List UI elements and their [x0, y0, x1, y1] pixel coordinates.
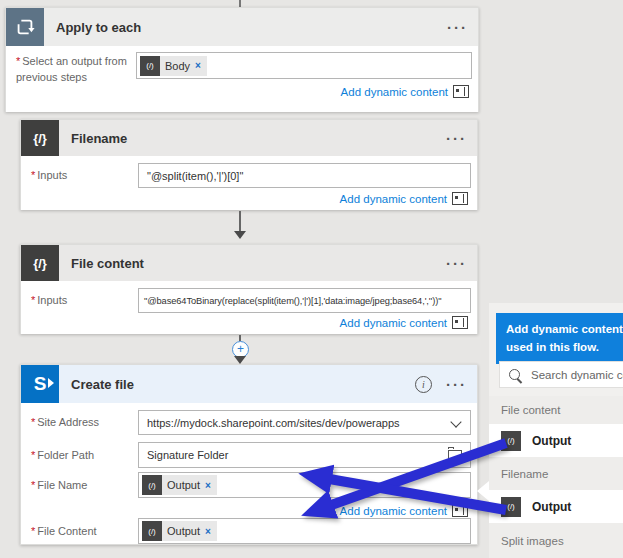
file-content-header[interactable]: {/} File content ··· [21, 245, 477, 281]
token-fx-icon: (/) [501, 431, 521, 451]
file-name-field[interactable]: (/) Output × [138, 472, 471, 498]
loop-icon [6, 8, 44, 46]
filename-title: Filename [71, 131, 446, 146]
token-remove-button[interactable]: × [205, 480, 217, 491]
group-header-file-content: File content [489, 396, 623, 424]
file-content-inputs-field[interactable]: "@base64ToBinary(replace(split(item(),'|… [138, 288, 471, 313]
inputs-label: *Inputs [31, 168, 67, 184]
file-content-label: *File Content [31, 524, 97, 540]
connector-arrow-icon [234, 231, 246, 239]
create-file-title: Create file [71, 377, 415, 392]
filename-body: *Inputs "@split(item(),'|')[0]" Add dyna… [21, 156, 477, 210]
token-remove-button[interactable]: × [195, 60, 207, 71]
dynamic-content-panel: Add dynamic content from t used in this … [489, 303, 623, 558]
create-file-body: *Site Address https://mydock.sharepoint.… [21, 403, 477, 544]
create-file-header[interactable]: S Create file i ··· [21, 365, 477, 403]
token-fx-icon: (/) [142, 521, 162, 541]
search-box[interactable] [499, 361, 623, 388]
site-address-label: *Site Address [31, 415, 99, 431]
connector-line [239, 211, 241, 232]
site-address-select[interactable]: https://mydock.sharepoint.com/sites/dev/… [138, 410, 471, 435]
filename-card: {/} Filename ··· *Inputs "@split(item(),… [20, 119, 478, 210]
add-dynamic-content-link[interactable]: Add dynamic content [340, 504, 468, 517]
filename-inputs-field[interactable]: "@split(item(),'|')[0]" [138, 163, 471, 188]
more-menu-button[interactable]: ··· [447, 19, 468, 36]
search-icon [509, 369, 520, 380]
add-dynamic-content-icon [453, 85, 469, 98]
dynamic-content-list: File content (/) Output Filename (/) Out… [489, 396, 623, 558]
more-menu-button[interactable]: ··· [446, 255, 467, 272]
incoming-connector-line [239, 0, 241, 7]
group-header-split-images: Split images [489, 523, 623, 558]
token-remove-button[interactable]: × [205, 526, 217, 537]
apply-to-each-header[interactable]: Apply to each ··· [6, 8, 478, 46]
dynamic-token-item-output[interactable]: (/) Output [489, 424, 623, 457]
folder-path-field[interactable]: Signature Folder [138, 442, 471, 468]
compose-icon: {/} [21, 245, 59, 281]
token-fx-icon: (/) [142, 475, 162, 495]
file-content-card: {/} File content ··· *Inputs "@base64ToB… [20, 244, 478, 334]
apply-to-each-body: *Select an output from previous steps (/… [6, 46, 478, 112]
more-menu-button[interactable]: ··· [446, 130, 467, 147]
create-file-card: S Create file i ··· *Site Address https:… [20, 364, 478, 545]
folder-icon[interactable] [448, 450, 462, 460]
output-token[interactable]: (/) Output × [142, 521, 217, 541]
panel-heading: Add dynamic content from t used in this … [496, 313, 623, 364]
body-token[interactable]: (/) Body × [140, 56, 207, 76]
file-content-body: *Inputs "@base64ToBinary(replace(split(i… [21, 281, 477, 334]
file-content-title: File content [71, 256, 446, 271]
info-icon[interactable]: i [415, 376, 432, 393]
connector-arrow-icon [234, 356, 246, 364]
search-dynamic-content-input[interactable] [529, 368, 623, 382]
sharepoint-icon: S [21, 365, 59, 403]
add-dynamic-content-link[interactable]: Add dynamic content [340, 192, 468, 205]
required-marker: * [16, 55, 20, 67]
token-fx-icon: (/) [140, 56, 160, 76]
callout-beak [477, 481, 489, 501]
add-dynamic-content-icon [452, 192, 468, 205]
token-fx-icon: (/) [501, 497, 521, 517]
add-dynamic-content-link[interactable]: Add dynamic content [341, 85, 469, 98]
add-dynamic-content-icon [452, 316, 468, 329]
select-output-label: *Select an output from previous steps [16, 54, 136, 86]
output-token[interactable]: (/) Output × [142, 475, 217, 495]
chevron-down-icon[interactable] [450, 416, 461, 427]
apply-to-each-title: Apply to each [56, 20, 447, 35]
compose-icon: {/} [21, 120, 59, 156]
select-output-input[interactable]: (/) Body × [136, 52, 472, 79]
folder-path-label: *Folder Path [31, 448, 94, 464]
filename-header[interactable]: {/} Filename ··· [21, 120, 477, 156]
group-header-filename: Filename [489, 457, 623, 490]
file-content-field[interactable]: (/) Output × [138, 518, 471, 544]
more-menu-button[interactable]: ··· [446, 376, 467, 393]
inputs-label: *Inputs [31, 293, 67, 309]
dynamic-token-item-output[interactable]: (/) Output [489, 490, 623, 523]
add-dynamic-content-link[interactable]: Add dynamic content [340, 316, 468, 329]
add-dynamic-content-icon [452, 504, 468, 517]
file-name-label: *File Name [31, 478, 87, 494]
apply-to-each-card: Apply to each ··· *Select an output from… [5, 7, 479, 112]
